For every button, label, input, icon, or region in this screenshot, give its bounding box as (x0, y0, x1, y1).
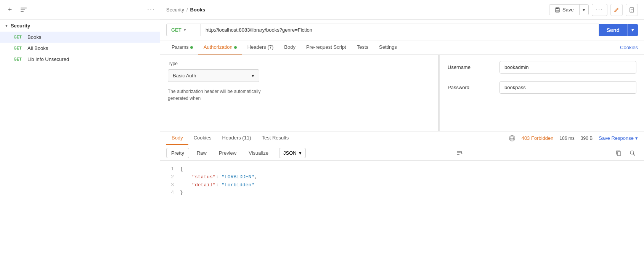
tab-params[interactable]: Params (166, 40, 198, 54)
sidebar-item-label: Books (27, 34, 41, 40)
code-line-1: 1 { (166, 165, 638, 173)
send-dropdown-button[interactable]: ▾ (627, 24, 638, 36)
search-icon (630, 150, 635, 156)
request-tabs: Params Authorization Headers (7) Body Pr… (160, 40, 644, 55)
save-response-chevron-icon: ▾ (635, 135, 638, 141)
sidebar-more-button[interactable]: ··· (147, 6, 155, 14)
response-status-area: 403 Forbidden 186 ms 390 B Save Response… (509, 135, 638, 142)
tree-group-label: Security (11, 23, 30, 29)
filter-button[interactable] (18, 5, 29, 15)
response-top-actions (613, 147, 638, 158)
sidebar-item-lib-info[interactable]: GET Lib Info Unsecured (0, 54, 160, 65)
save-button[interactable]: Save (549, 5, 579, 15)
method-select[interactable]: GET ▾ (166, 24, 201, 36)
auth-fields-panel: Username Password (440, 55, 644, 131)
app-container: + ··· ▼ Security GET Books (0, 0, 644, 261)
auth-type-label: Type (168, 61, 430, 66)
add-request-button[interactable]: + (5, 5, 15, 15)
line-number: 2 (166, 173, 174, 181)
response-format-bar: Pretty Raw Preview Visualize JSON ▾ (160, 145, 644, 161)
main-header: Security / Books Save ▾ ··· (160, 0, 644, 20)
response-code-area: 1 { 2 "status": "FORBIDDEN", 3 "detail":… (160, 161, 644, 261)
edit-icon (614, 7, 619, 13)
header-more-button[interactable]: ··· (592, 4, 607, 16)
header-actions: Save ▾ ··· (549, 4, 638, 16)
auth-type-select[interactable]: Basic Auth ▾ (168, 69, 259, 82)
line-number: 4 (166, 189, 174, 197)
method-chevron-icon: ▾ (184, 28, 186, 32)
response-size: 390 B (581, 136, 593, 141)
save-button-group: Save ▾ (549, 4, 589, 15)
auth-panel-left: Type Basic Auth ▾ The authorization head… (160, 55, 438, 131)
copy-response-button[interactable] (613, 147, 624, 158)
tab-body[interactable]: Body (279, 40, 301, 54)
password-label: Password (448, 85, 493, 90)
breadcrumb-parent: Security (166, 7, 184, 13)
response-tab-test-results[interactable]: Test Results (256, 131, 294, 145)
auth-type-value: Basic Auth (173, 73, 196, 78)
method-badge: GET (14, 35, 24, 39)
password-input[interactable] (499, 81, 636, 94)
breadcrumb: Security / Books (166, 7, 205, 13)
save-response-button[interactable]: Save Response ▾ (599, 135, 638, 141)
auth-section: Type Basic Auth ▾ The authorization head… (160, 55, 644, 131)
tab-tests[interactable]: Tests (352, 40, 374, 54)
url-input[interactable] (201, 24, 599, 36)
username-label: Username (448, 64, 493, 70)
format-actions (454, 147, 465, 158)
chevron-down-icon: ▼ (5, 24, 8, 28)
sidebar-item-books[interactable]: GET Books (0, 32, 160, 43)
format-select[interactable]: JSON ▾ (279, 148, 306, 158)
auth-dot (234, 46, 237, 49)
method-badge: GET (14, 46, 24, 50)
json-val-detail: "Forbidden" (222, 182, 254, 188)
format-chevron-icon: ▾ (299, 150, 302, 156)
document-icon (629, 7, 634, 13)
format-tab-pretty[interactable]: Pretty (166, 148, 189, 158)
tab-settings[interactable]: Settings (374, 40, 402, 54)
username-row: Username (448, 61, 636, 74)
auth-type-chevron-icon: ▾ (252, 73, 254, 78)
sidebar-item-all-books[interactable]: GET All Books (0, 43, 160, 54)
send-button-group: Send ▾ (599, 24, 638, 36)
copy-icon (616, 150, 622, 156)
response-tab-body[interactable]: Body (166, 131, 188, 145)
method-badge: GET (14, 57, 24, 61)
svg-rect-5 (556, 10, 559, 12)
globe-icon (509, 135, 516, 142)
response-area: Body Cookies Headers (11) Test Results 4… (160, 131, 644, 261)
response-tab-cookies[interactable]: Cookies (188, 131, 217, 145)
tab-authorization[interactable]: Authorization (198, 40, 242, 54)
line-number: 3 (166, 181, 174, 189)
format-tab-visualize[interactable]: Visualize (244, 148, 273, 158)
response-tab-headers[interactable]: Headers (11) (217, 131, 257, 145)
tab-headers[interactable]: Headers (7) (242, 40, 279, 54)
tree-group-header[interactable]: ▼ Security (0, 20, 160, 32)
svg-line-20 (633, 154, 635, 155)
doc-button[interactable] (626, 4, 638, 16)
format-value: JSON (283, 150, 297, 156)
params-dot (190, 46, 193, 49)
tree-group-security: ▼ Security GET Books GET All Books GET L… (0, 20, 160, 65)
username-input[interactable] (499, 61, 636, 74)
sidebar-item-label: All Books (27, 45, 48, 51)
word-wrap-button[interactable] (454, 147, 465, 158)
tab-pre-request[interactable]: Pre-request Script (301, 40, 352, 54)
format-tab-preview[interactable]: Preview (214, 148, 241, 158)
save-icon (555, 7, 560, 13)
method-label: GET (171, 27, 181, 33)
sidebar-item-label: Lib Info Unsecured (27, 56, 69, 62)
status-code: 403 Forbidden (522, 135, 554, 141)
save-dropdown-button[interactable]: ▾ (579, 5, 588, 15)
edit-button[interactable] (610, 4, 623, 16)
format-tab-raw[interactable]: Raw (192, 148, 211, 158)
json-val-status: "FORBIDDEN" (222, 174, 254, 180)
send-button[interactable]: Send (599, 24, 627, 36)
code-line-2: 2 "status": "FORBIDDEN", (166, 173, 638, 181)
tab-cookies[interactable]: Cookies (620, 45, 638, 50)
response-tabs: Body Cookies Headers (11) Test Results 4… (160, 131, 644, 145)
svg-rect-2 (21, 11, 24, 12)
search-response-button[interactable] (627, 147, 638, 158)
svg-rect-0 (21, 8, 27, 8)
line-number: 1 (166, 165, 174, 173)
